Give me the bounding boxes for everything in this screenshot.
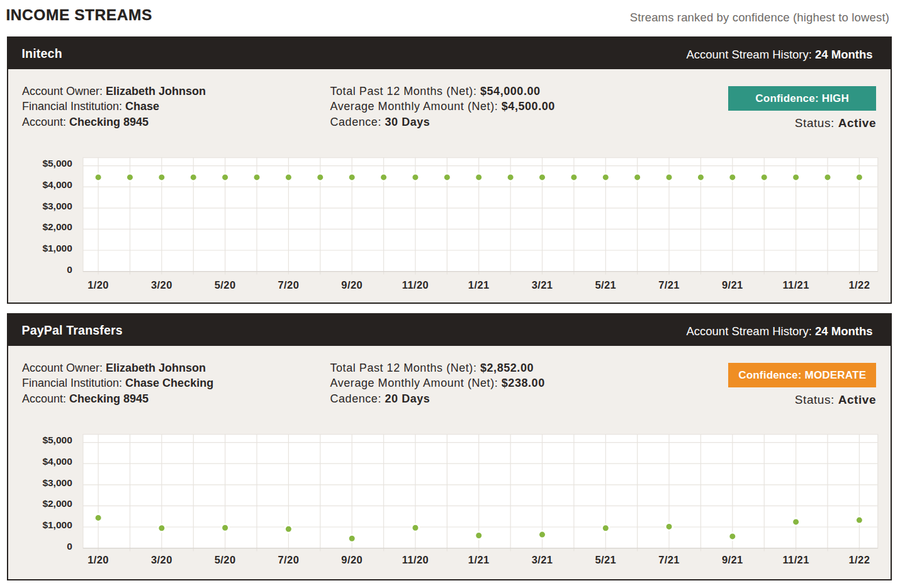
- svg-text:$4,000: $4,000: [42, 179, 72, 190]
- svg-text:7/20: 7/20: [278, 554, 300, 565]
- svg-text:11/20: 11/20: [402, 554, 429, 565]
- svg-text:9/20: 9/20: [341, 554, 363, 565]
- svg-text:0: 0: [67, 264, 72, 275]
- svg-text:$3,000: $3,000: [42, 477, 72, 488]
- svg-text:9/20: 9/20: [341, 279, 363, 291]
- svg-text:$1,000: $1,000: [42, 243, 72, 253]
- svg-text:$2,000: $2,000: [42, 221, 72, 232]
- svg-text:7/21: 7/21: [658, 554, 680, 565]
- svg-text:5/21: 5/21: [595, 279, 616, 291]
- svg-text:3/21: 3/21: [532, 554, 553, 565]
- svg-text:7/20: 7/20: [278, 279, 300, 291]
- svg-text:$1,000: $1,000: [42, 519, 72, 530]
- svg-text:11/20: 11/20: [402, 279, 429, 291]
- svg-text:$4,000: $4,000: [42, 456, 72, 467]
- svg-text:$5,000: $5,000: [42, 158, 72, 169]
- svg-text:1/22: 1/22: [849, 279, 870, 291]
- svg-text:1/21: 1/21: [468, 279, 490, 291]
- svg-text:3/21: 3/21: [532, 279, 553, 291]
- svg-text:7/21: 7/21: [658, 279, 680, 291]
- svg-text:1/21: 1/21: [468, 554, 490, 565]
- svg-text:5/20: 5/20: [215, 279, 236, 291]
- svg-text:5/21: 5/21: [595, 554, 616, 565]
- svg-text:1/22: 1/22: [849, 554, 870, 565]
- svg-text:5/20: 5/20: [215, 554, 236, 565]
- svg-text:11/21: 11/21: [782, 554, 809, 565]
- svg-text:1/20: 1/20: [87, 554, 109, 565]
- svg-text:3/20: 3/20: [151, 279, 172, 291]
- svg-text:1/20: 1/20: [87, 279, 109, 291]
- svg-text:$3,000: $3,000: [42, 201, 72, 211]
- svg-text:$5,000: $5,000: [42, 435, 72, 445]
- svg-text:3/20: 3/20: [151, 554, 172, 565]
- svg-text:11/21: 11/21: [782, 279, 809, 291]
- svg-text:0: 0: [67, 541, 72, 552]
- svg-text:9/21: 9/21: [722, 279, 743, 291]
- svg-text:$2,000: $2,000: [42, 498, 72, 509]
- svg-text:9/21: 9/21: [722, 554, 743, 565]
